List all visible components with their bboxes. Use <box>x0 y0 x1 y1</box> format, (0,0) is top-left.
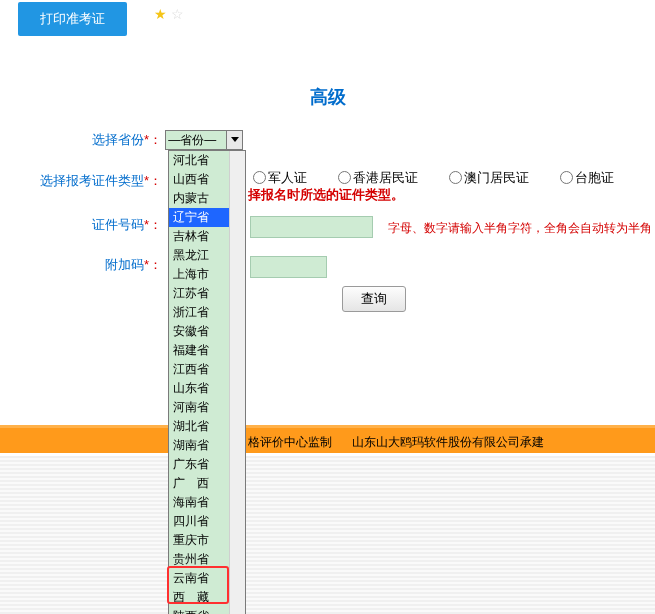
id-type-radio[interactable]: 澳门居民证 <box>444 168 529 187</box>
page-title: 高级 <box>0 85 655 109</box>
id-type-radio[interactable]: 香港居民证 <box>333 168 418 187</box>
label-id-type: 选择报考证件类型*： <box>0 172 162 190</box>
id-type-hint: 择报名时所选的证件类型。 <box>248 186 404 204</box>
radio-input[interactable] <box>560 171 573 184</box>
radio-label: 台胞证 <box>575 170 614 185</box>
print-ticket-button[interactable]: 打印准考证 <box>18 2 127 36</box>
label-province: 选择省份*： <box>0 131 162 149</box>
province-dropdown[interactable]: 河北省山西省内蒙古辽宁省吉林省黑龙江上海市江苏省浙江省安徽省福建省江西省山东省河… <box>168 150 246 614</box>
radio-input[interactable] <box>449 171 462 184</box>
province-select[interactable]: —省份— <box>165 130 243 150</box>
id-type-radio[interactable]: 台胞证 <box>555 168 614 187</box>
footer-background <box>0 456 655 614</box>
radio-input[interactable] <box>338 171 351 184</box>
star-icon: ★ <box>154 6 167 22</box>
label-id-no: 证件号码*： <box>0 216 162 234</box>
radio-label: 军人证 <box>268 170 307 185</box>
query-button[interactable]: 查询 <box>342 286 406 312</box>
label-captcha: 附加码*： <box>0 256 162 274</box>
id-number-hint: 字母、数字请输入半角字符，全角会自动转为半角 <box>388 220 652 237</box>
footer-left-text: 格评价中心监制 <box>248 435 332 449</box>
id-number-input[interactable] <box>250 216 373 238</box>
footer-right-text: 山东山大鸥玛软件股份有限公司承建 <box>352 435 544 449</box>
favorite-icons: ★☆ <box>154 6 184 22</box>
radio-input[interactable] <box>253 171 266 184</box>
svg-marker-0 <box>231 137 239 142</box>
scrollbar[interactable] <box>229 151 245 614</box>
footer-bar: 格评价中心监制 山东山大鸥玛软件股份有限公司承建 <box>0 425 655 453</box>
star-outline-icon: ☆ <box>171 6 184 22</box>
id-type-radio[interactable]: 军人证 <box>248 168 307 187</box>
id-type-radios: 军人证香港居民证澳门居民证台胞证 <box>248 168 640 187</box>
annotation-red-box <box>167 566 229 604</box>
captcha-input[interactable] <box>250 256 327 278</box>
province-select-value: —省份— <box>168 133 216 147</box>
chevron-down-icon[interactable] <box>226 131 242 149</box>
radio-label: 澳门居民证 <box>464 170 529 185</box>
radio-label: 香港居民证 <box>353 170 418 185</box>
